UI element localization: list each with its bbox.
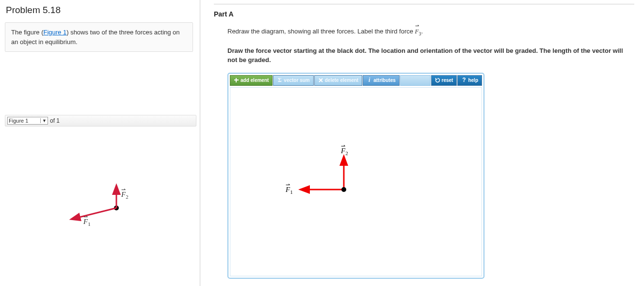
left-pane: Problem 5.18 The figure (Figure 1) shows… bbox=[0, 0, 200, 286]
figure-nav-bar: Figure 1 ▼ of 1 bbox=[5, 115, 196, 127]
figure-link[interactable]: Figure 1 bbox=[43, 29, 66, 36]
problem-title: Problem 5.18 bbox=[4, 4, 194, 22]
drawing-widget: add element Σ vector sum delete element … bbox=[227, 73, 484, 279]
drawing-canvas[interactable]: ⇀F1 ⇀F2 bbox=[230, 87, 482, 276]
part-a-title: Part A bbox=[214, 10, 634, 18]
vector-sum-button[interactable]: Σ vector sum bbox=[273, 75, 313, 86]
part-a-instruction: Redraw the diagram, showing all three fo… bbox=[227, 27, 634, 37]
info-icon: i bbox=[367, 78, 372, 83]
f2-label: ⇀F2 bbox=[121, 191, 129, 200]
canvas-f1-label: ⇀F1 bbox=[286, 186, 293, 195]
problem-description: The figure (Figure 1) shows two of the t… bbox=[5, 22, 193, 52]
help-button[interactable]: ? help bbox=[457, 75, 482, 86]
svg-point-5 bbox=[341, 187, 346, 192]
attributes-button[interactable]: i attributes bbox=[363, 75, 400, 86]
figure-select[interactable]: Figure 1 ▼ bbox=[7, 117, 48, 125]
figure-of-label: of 1 bbox=[50, 117, 60, 124]
right-pane: Part A Redraw the diagram, showing all t… bbox=[200, 0, 644, 286]
desc-pre: The figure ( bbox=[11, 29, 43, 36]
reset-icon bbox=[435, 78, 440, 83]
figure-canvas: ⇀F1 ⇀F2 bbox=[5, 127, 196, 282]
figure-select-value: Figure 1 bbox=[9, 118, 28, 124]
delete-element-button[interactable]: delete element bbox=[314, 75, 362, 86]
drawing-toolbar: add element Σ vector sum delete element … bbox=[230, 75, 482, 86]
x-icon bbox=[318, 78, 323, 83]
part-a-bold-instruction: Draw the force vector starting at the bl… bbox=[227, 46, 634, 65]
divider bbox=[214, 4, 634, 4]
sigma-icon: Σ bbox=[277, 78, 282, 83]
toolbar-spacer bbox=[400, 75, 431, 86]
canvas-f2-label: ⇀F2 bbox=[341, 147, 348, 156]
chevron-down-icon: ▼ bbox=[40, 118, 47, 123]
reset-button[interactable]: reset bbox=[431, 75, 457, 86]
plus-icon bbox=[234, 78, 239, 83]
add-element-button[interactable]: add element bbox=[230, 75, 273, 86]
f3-symbol: ⇀F3 bbox=[415, 27, 421, 37]
f1-label: ⇀F1 bbox=[83, 218, 91, 227]
question-icon: ? bbox=[461, 78, 467, 83]
